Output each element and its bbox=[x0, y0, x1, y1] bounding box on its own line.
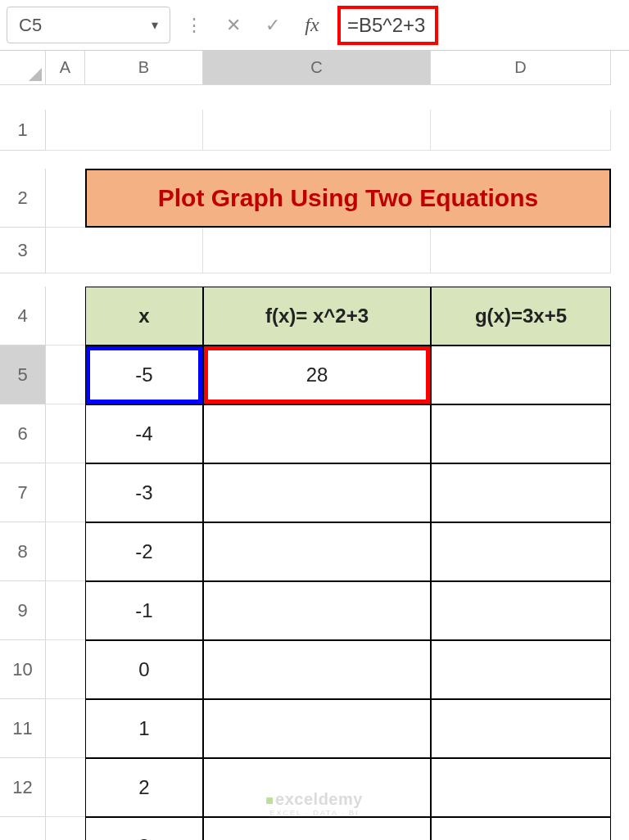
cell-D9[interactable] bbox=[431, 581, 611, 640]
cell-C9[interactable] bbox=[203, 581, 431, 640]
cell-C5[interactable]: 28 bbox=[203, 345, 431, 404]
cell-D8[interactable] bbox=[431, 522, 611, 581]
cell-A1[interactable] bbox=[46, 110, 85, 151]
cell-A4[interactable] bbox=[46, 287, 85, 345]
cell-C8[interactable] bbox=[203, 522, 431, 581]
row-header-8[interactable]: 8 bbox=[0, 522, 46, 581]
row-header-6[interactable]: 6 bbox=[0, 404, 46, 463]
cell-D3[interactable] bbox=[431, 228, 611, 273]
header-x[interactable]: x bbox=[85, 287, 203, 345]
row-header-13[interactable]: 13 bbox=[0, 817, 46, 840]
cell-B6[interactable]: -4 bbox=[85, 404, 203, 463]
cell-D6[interactable] bbox=[431, 404, 611, 463]
cell-A10[interactable] bbox=[46, 640, 85, 699]
name-box-value: C5 bbox=[19, 15, 42, 36]
cell-C3[interactable] bbox=[203, 228, 431, 273]
cell-D1[interactable] bbox=[431, 110, 611, 151]
row-header-7[interactable]: 7 bbox=[0, 463, 46, 522]
row-header-10[interactable]: 10 bbox=[0, 640, 46, 699]
formula-bar: C5 ▾ ⋮ ✕ ✓ fx =B5^2+3 bbox=[0, 0, 629, 51]
row-header-9[interactable]: 9 bbox=[0, 581, 46, 640]
cell-A6[interactable] bbox=[46, 404, 85, 463]
cell-A9[interactable] bbox=[46, 581, 85, 640]
cell-A5[interactable] bbox=[46, 345, 85, 404]
row-header-4[interactable]: 4 bbox=[0, 287, 46, 345]
cell-C1[interactable] bbox=[203, 110, 431, 151]
cell-A8[interactable] bbox=[46, 522, 85, 581]
cell-A13[interactable] bbox=[46, 817, 85, 840]
col-header-A[interactable]: A bbox=[46, 51, 85, 85]
vertical-dots-icon: ⋮ bbox=[182, 15, 206, 36]
cell-B8[interactable]: -2 bbox=[85, 522, 203, 581]
cell-A7[interactable] bbox=[46, 463, 85, 522]
cell-C10[interactable] bbox=[203, 640, 431, 699]
cell-D5[interactable] bbox=[431, 345, 611, 404]
cell-D11[interactable] bbox=[431, 699, 611, 758]
cell-A11[interactable] bbox=[46, 699, 85, 758]
cell-B1[interactable] bbox=[85, 110, 203, 151]
cell-C13[interactable] bbox=[203, 817, 431, 840]
col-header-D[interactable]: D bbox=[431, 51, 611, 85]
cell-B3[interactable] bbox=[85, 228, 203, 273]
cell-B9[interactable]: -1 bbox=[85, 581, 203, 640]
fx-icon[interactable]: fx bbox=[300, 14, 324, 36]
col-header-C[interactable]: C bbox=[203, 51, 431, 85]
cell-D12[interactable] bbox=[431, 758, 611, 817]
cell-D10[interactable] bbox=[431, 640, 611, 699]
formula-bar-buttons: ⋮ ✕ ✓ fx bbox=[175, 0, 331, 50]
cell-B10[interactable]: 0 bbox=[85, 640, 203, 699]
spreadsheet-grid: A B C D 1 2 Plot Graph Using Two Equatio… bbox=[0, 51, 629, 840]
row-header-12[interactable]: 12 bbox=[0, 758, 46, 817]
cell-B7[interactable]: -3 bbox=[85, 463, 203, 522]
formula-input[interactable]: =B5^2+3 bbox=[331, 0, 629, 50]
row-header-1[interactable]: 1 bbox=[0, 110, 46, 151]
row-header-11[interactable]: 11 bbox=[0, 699, 46, 758]
cell-A2[interactable] bbox=[46, 169, 85, 228]
cell-A3[interactable] bbox=[46, 228, 85, 273]
select-all-corner[interactable] bbox=[0, 51, 46, 85]
cell-B13[interactable]: 3 bbox=[85, 817, 203, 840]
cell-C6[interactable] bbox=[203, 404, 431, 463]
title-cell[interactable]: Plot Graph Using Two Equations bbox=[85, 169, 611, 228]
cell-B5[interactable]: -5 bbox=[85, 345, 203, 404]
cell-B11[interactable]: 1 bbox=[85, 699, 203, 758]
cell-C11[interactable] bbox=[203, 699, 431, 758]
cell-B12[interactable]: 2 bbox=[85, 758, 203, 817]
cell-C7[interactable] bbox=[203, 463, 431, 522]
cancel-icon[interactable]: ✕ bbox=[221, 15, 246, 36]
cell-D7[interactable] bbox=[431, 463, 611, 522]
row-header-3[interactable]: 3 bbox=[0, 228, 46, 273]
header-gx[interactable]: g(x)=3x+5 bbox=[431, 287, 611, 345]
name-box[interactable]: C5 ▾ bbox=[7, 7, 170, 43]
cell-C12[interactable] bbox=[203, 758, 431, 817]
row-header-2[interactable]: 2 bbox=[0, 169, 46, 228]
cell-A12[interactable] bbox=[46, 758, 85, 817]
enter-icon[interactable]: ✓ bbox=[260, 15, 285, 36]
chevron-down-icon[interactable]: ▾ bbox=[152, 17, 158, 33]
header-fx[interactable]: f(x)= x^2+3 bbox=[203, 287, 431, 345]
row-header-5[interactable]: 5 bbox=[0, 345, 46, 404]
formula-text: =B5^2+3 bbox=[337, 6, 438, 45]
cell-D13[interactable] bbox=[431, 817, 611, 840]
col-header-B[interactable]: B bbox=[85, 51, 203, 85]
